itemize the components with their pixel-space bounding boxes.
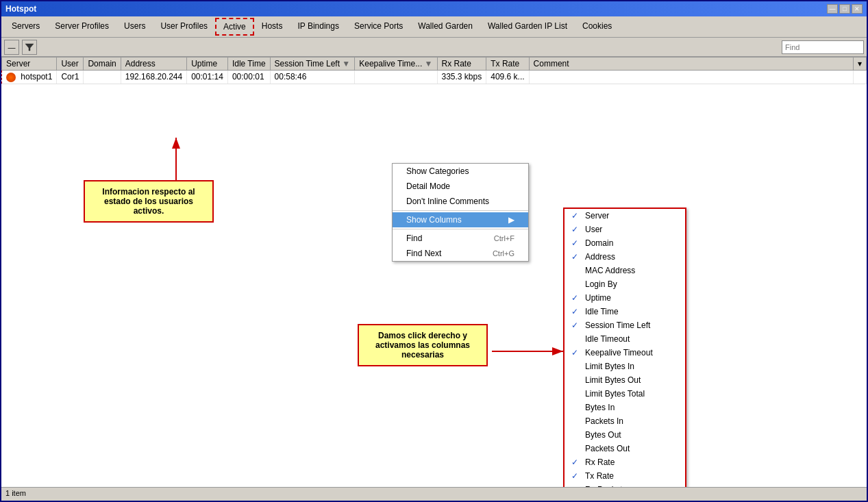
find-input[interactable]: [782, 40, 864, 54]
cell-server: hotspot1: [2, 71, 57, 84]
col-opt-user[interactable]: ✓ User: [565, 223, 685, 236]
cell-session-time-left: 00:58:46: [270, 71, 355, 84]
action-annotation: Damos click derecho y activamos las colu…: [358, 324, 488, 366]
col-opt-limit-bytes-out[interactable]: ✓ Limit Bytes Out: [565, 373, 685, 387]
col-user: User: [57, 58, 84, 71]
col-opt-packets-out[interactable]: ✓ Packets Out: [565, 442, 685, 455]
cell-idle-time: 00:00:01: [227, 71, 270, 84]
tab-cookies[interactable]: Cookies: [575, 18, 619, 36]
table-row[interactable]: hotspot1 Cor1 192.168.20.244 00:01:14 00…: [2, 71, 867, 84]
minimize-button[interactable]: —: [827, 4, 838, 14]
col-opt-idle-time[interactable]: ✓ Idle Time: [565, 305, 685, 318]
title-bar: Hotspot — □ ✕: [1, 1, 867, 16]
filter-button[interactable]: [22, 40, 37, 55]
col-expand[interactable]: ▾: [854, 58, 867, 71]
active-table: Server User Domain Address Uptime Idle T…: [1, 57, 867, 84]
cell-address: 192.168.20.244: [121, 71, 186, 84]
ctx-find-next[interactable]: Find Next Ctrl+G: [393, 246, 528, 261]
col-opt-session-time-left[interactable]: ✓ Session Time Left: [565, 318, 685, 332]
window-controls: — □ ✕: [827, 4, 863, 14]
tab-ip-bindings[interactable]: IP Bindings: [290, 18, 347, 36]
col-opt-rx-rate[interactable]: ✓ Rx Rate: [565, 455, 685, 469]
tab-server-profiles[interactable]: Server Profiles: [47, 18, 116, 36]
cell-keepalive: [355, 71, 437, 84]
toolbar: —: [1, 38, 867, 57]
col-idle-time: Idle Time: [227, 58, 270, 71]
col-address: Address: [121, 58, 186, 71]
tab-servers[interactable]: Servers: [4, 18, 47, 36]
server-icon: [6, 73, 16, 82]
cell-comment: [529, 71, 853, 84]
col-rx-rate: Rx Rate: [437, 58, 486, 71]
col-opt-bytes-out[interactable]: ✓ Bytes Out: [565, 428, 685, 442]
main-window: Hotspot — □ ✕ Servers Server Profiles Us…: [0, 0, 868, 502]
tab-active[interactable]: Active: [215, 18, 254, 36]
cell-tx-rate: 409.6 k...: [486, 71, 529, 84]
col-opt-limit-bytes-in[interactable]: ✓ Limit Bytes In: [565, 360, 685, 373]
col-opt-domain[interactable]: ✓ Domain: [565, 236, 685, 250]
col-opt-keepalive-timeout[interactable]: ✓ Keepalive Timeout: [565, 346, 685, 360]
arrow-to-table: [1, 57, 275, 262]
tab-walled-garden-ip[interactable]: Walled Garden IP List: [480, 18, 575, 36]
cell-rx-rate: 335.3 kbps: [437, 71, 486, 84]
filter-icon: [25, 42, 34, 52]
tab-users[interactable]: Users: [116, 18, 153, 36]
col-comment: Comment: [529, 58, 853, 71]
ctx-no-inline[interactable]: Don't Inline Comments: [393, 194, 528, 209]
col-server: Server: [2, 58, 57, 71]
ctx-show-categories[interactable]: Show Categories: [393, 164, 528, 179]
col-opt-tx-rate[interactable]: ✓ Tx Rate: [565, 469, 685, 483]
cell-uptime: 00:01:14: [187, 71, 228, 84]
cell-domain: [84, 71, 121, 84]
col-domain: Domain: [84, 58, 121, 71]
col-session-time-left: Session Time Left ▼: [270, 58, 355, 71]
tab-user-profiles[interactable]: User Profiles: [153, 18, 215, 36]
col-keepalive: Keepalive Time... ▼: [355, 58, 437, 71]
col-opt-login-by[interactable]: ✓ Login By: [565, 277, 685, 291]
ctx-show-columns[interactable]: Show Columns ▶: [393, 212, 528, 227]
col-opt-uptime[interactable]: ✓ Uptime: [565, 291, 685, 305]
col-uptime: Uptime: [187, 58, 228, 71]
tab-hosts[interactable]: Hosts: [254, 18, 290, 36]
status-bar: 1 item: [1, 487, 867, 501]
ctx-detail-mode[interactable]: Detail Mode: [393, 179, 528, 194]
col-opt-limit-bytes-total[interactable]: ✓ Limit Bytes Total: [565, 387, 685, 401]
col-opt-packets-in[interactable]: ✓ Packets In: [565, 414, 685, 428]
col-opt-rx-packets[interactable]: ✓ Rx Packets: [565, 483, 685, 487]
context-menu: Show Categories Detail Mode Don't Inline…: [392, 163, 529, 262]
col-opt-idle-timeout[interactable]: ✓ Idle Timeout: [565, 332, 685, 346]
table-header-row: Server User Domain Address Uptime Idle T…: [2, 58, 867, 71]
col-opt-server[interactable]: ✓ Server: [565, 209, 685, 223]
ctx-find[interactable]: Find Ctrl+F: [393, 231, 528, 246]
info-annotation: Informacion respecto al estado de los us…: [84, 180, 214, 223]
table-container: Server User Domain Address Uptime Idle T…: [1, 57, 867, 487]
col-opt-bytes-in[interactable]: ✓ Bytes In: [565, 401, 685, 414]
close-button[interactable]: ✕: [852, 4, 863, 14]
window-title: Hotspot: [5, 4, 36, 14]
col-opt-mac-address[interactable]: ✓ MAC Address: [565, 264, 685, 277]
ctx-sep-1: [393, 210, 528, 211]
tab-walled-garden[interactable]: Walled Garden: [410, 18, 480, 36]
columns-submenu: ✓ Server ✓ User ✓ Domain ✓ Address ✓ MAC…: [563, 208, 686, 487]
svg-marker-0: [25, 44, 34, 51]
col-opt-address[interactable]: ✓ Address: [565, 250, 685, 264]
tab-bar: Servers Server Profiles Users User Profi…: [1, 16, 867, 38]
minus-button[interactable]: —: [4, 40, 19, 55]
cell-user: Cor1: [57, 71, 84, 84]
ctx-sep-2: [393, 229, 528, 229]
col-tx-rate: Tx Rate: [486, 58, 529, 71]
arrow-to-submenu: [1, 57, 618, 468]
maximize-button[interactable]: □: [839, 4, 850, 14]
status-text: 1 item: [5, 489, 26, 497]
tab-service-ports[interactable]: Service Ports: [347, 18, 410, 36]
